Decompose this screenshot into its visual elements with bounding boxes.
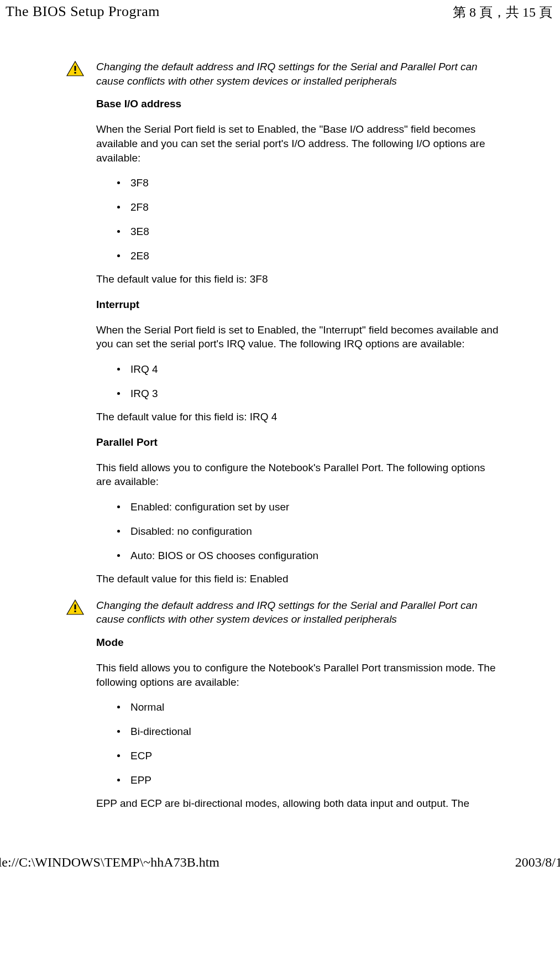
warning-icon xyxy=(66,61,84,76)
default-interrupt: The default value for this field is: IRQ… xyxy=(96,410,499,424)
default-parallel: The default value for this field is: Ena… xyxy=(96,572,499,586)
intro-interrupt: When the Serial Port field is set to Ena… xyxy=(96,323,499,351)
list-item: 3E8 xyxy=(117,226,499,238)
list-item: Disabled: no configuration xyxy=(117,525,499,538)
warning-text: Changing the default address and IRQ set… xyxy=(96,60,499,88)
list-item: ECP xyxy=(117,750,499,762)
intro-mode: This field allows you to configure the N… xyxy=(96,661,499,689)
page-content: Changing the default address and IRQ set… xyxy=(0,21,560,822)
footer-path: file://C:\WINDOWS\TEMP\~hhA73B.htm xyxy=(0,855,219,870)
svg-rect-2 xyxy=(75,72,76,74)
list-item: 2F8 xyxy=(117,201,499,213)
list-base-io: 3F8 2F8 3E8 2E8 xyxy=(96,177,499,262)
list-item: Enabled: configuration set by user xyxy=(117,501,499,513)
list-item: Normal xyxy=(117,701,499,713)
heading-base-io: Base I/O address xyxy=(96,98,499,110)
heading-interrupt: Interrupt xyxy=(96,299,499,311)
list-item: IRQ 4 xyxy=(117,363,499,376)
footer-date: 2003/8/15 xyxy=(515,855,560,870)
list-item: Auto: BIOS or OS chooses configuration xyxy=(117,550,499,562)
list-item: EPP xyxy=(117,774,499,786)
doc-title: The BIOS Setup Program xyxy=(6,3,160,20)
list-interrupt: IRQ 4 IRQ 3 xyxy=(96,363,499,400)
heading-mode: Mode xyxy=(96,637,499,649)
default-base-io: The default value for this field is: 3F8 xyxy=(96,272,499,286)
page-header: The BIOS Setup Program 第 8 頁，共 15 頁 xyxy=(0,0,560,21)
list-item: 2E8 xyxy=(117,250,499,262)
heading-parallel: Parallel Port xyxy=(96,436,499,449)
intro-parallel: This field allows you to configure the N… xyxy=(96,461,499,489)
warning-icon-cell xyxy=(66,598,96,618)
list-item: Bi-directional xyxy=(117,726,499,738)
list-item: IRQ 3 xyxy=(117,388,499,400)
intro-base-io: When the Serial Port field is set to Ena… xyxy=(96,122,499,165)
page-footer: file://C:\WINDOWS\TEMP\~hhA73B.htm 2003/… xyxy=(0,822,560,870)
list-parallel: Enabled: configuration set by user Disab… xyxy=(96,501,499,562)
svg-rect-5 xyxy=(75,611,76,612)
warning-icon-cell xyxy=(66,60,96,79)
warning-block: Changing the default address and IRQ set… xyxy=(66,598,499,811)
list-item: 3F8 xyxy=(117,177,499,189)
svg-rect-4 xyxy=(75,604,76,609)
svg-rect-1 xyxy=(75,66,76,71)
page-indicator: 第 8 頁，共 15 頁 xyxy=(453,3,552,21)
warning-icon xyxy=(66,599,84,615)
warning-block: Changing the default address and IRQ set… xyxy=(66,60,499,598)
warning-text: Changing the default address and IRQ set… xyxy=(96,598,499,627)
outro-mode: EPP and ECP are bi-directional modes, al… xyxy=(96,796,499,811)
list-mode: Normal Bi-directional ECP EPP xyxy=(96,701,499,786)
